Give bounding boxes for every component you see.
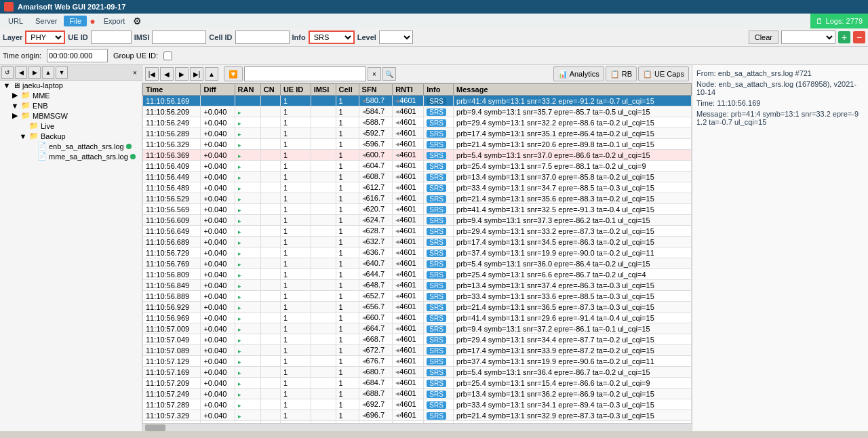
table-cell: +0.040	[201, 378, 235, 389]
table-row[interactable]: 11:10:56.969+0.040▸11◂660.7◂4601SRSprb=4…	[143, 313, 692, 323]
table-row[interactable]: 11:10:56.569+0.040▸11◂620.7◂4601SRSprb=4…	[143, 204, 692, 215]
go-prev-btn[interactable]: ◀	[160, 67, 174, 81]
computer-icon: 🖥	[13, 81, 20, 89]
table-row[interactable]: 11:10:56.369+0.040▸11◂600.7◂4601SRSprb=5…	[143, 150, 692, 161]
sidebar-close-btn[interactable]: ×	[130, 67, 140, 78]
search-execute-btn[interactable]: 🔍	[382, 67, 396, 81]
table-row[interactable]: 11:10:56.489+0.040▸11◂612.7◂4601SRSprb=3…	[143, 182, 692, 193]
table-row[interactable]: 11:10:56.209+0.040▸11◂584.7◂4601SRSprb=9…	[143, 106, 692, 117]
log-table-scroll[interactable]: Time Diff RAN CN UE ID IMSI Cell SFN RNT…	[142, 83, 692, 423]
table-cell	[260, 399, 280, 410]
table-cell: ▸	[235, 106, 260, 117]
menu-url[interactable]: URL	[3, 16, 28, 26]
table-row[interactable]: 11:10:56.609+0.040▸11◂624.7◂4601SRSprb=9…	[143, 215, 692, 226]
table-row[interactable]: 11:10:57.249+0.040▸11◂688.7◂4601SRSprb=1…	[143, 389, 692, 399]
table-row[interactable]: 11:10:56.889+0.040▸11◂652.7◂4601SRSprb=3…	[143, 291, 692, 302]
group-ue-checkbox[interactable]	[163, 52, 172, 60]
table-row[interactable]: 11:10:56.249+0.040▸11◂588.7◂4601SRSprb=2…	[143, 117, 692, 128]
remove-filter-button[interactable]: −	[853, 31, 865, 43]
sidebar-prev-btn[interactable]: ◀	[15, 66, 27, 79]
table-row[interactable]: 11:10:57.209+0.040▸11◂684.7◂4601SRSprb=2…	[143, 378, 692, 389]
sidebar-item-computer[interactable]: ▼ 🖥 jaeku-laptop	[0, 81, 142, 90]
col-info[interactable]: Info	[424, 84, 454, 96]
search-clear-btn[interactable]: ×	[368, 67, 381, 81]
sidebar-next-btn[interactable]: ▶	[28, 66, 41, 79]
table-cell: ▸	[235, 117, 260, 128]
sidebar-item-backup[interactable]: ▼ 📁 Backup	[16, 131, 142, 141]
log-table: Time Diff RAN CN UE ID IMSI Cell SFN RNT…	[142, 83, 692, 423]
col-diff[interactable]: Diff	[201, 84, 235, 96]
filter-icon-btn[interactable]: 🔽	[224, 66, 243, 81]
table-cell	[311, 106, 336, 117]
search-input[interactable]	[244, 66, 366, 81]
rb-btn[interactable]: 📋 RB	[606, 66, 637, 81]
sidebar-up-btn[interactable]: ▲	[42, 66, 54, 79]
table-row[interactable]: 11:10:56.289+0.040▸11◂592.7◂4601SRSprb=1…	[143, 128, 692, 139]
sidebar-item-mme[interactable]: ▶ 📁 MME	[8, 90, 142, 100]
sidebar-down-btn[interactable]: ▼	[56, 66, 68, 79]
table-row[interactable]: 11:10:56.649+0.040▸11◂628.7◂4601SRSprb=2…	[143, 226, 692, 237]
col-time[interactable]: Time	[143, 84, 201, 96]
menu-server[interactable]: Server	[30, 16, 62, 26]
col-sfn[interactable]: SFN	[359, 84, 393, 96]
scroll-thumb[interactable]	[145, 424, 165, 431]
logs-tab[interactable]: 🗒 Logs: 2779	[810, 14, 868, 28]
col-cn[interactable]: CN	[260, 84, 280, 96]
col-ran[interactable]: RAN	[235, 84, 260, 96]
col-rnti[interactable]: RNTI	[393, 84, 424, 96]
clear-button[interactable]: Clear	[749, 31, 778, 44]
col-message[interactable]: Message	[454, 84, 692, 96]
table-row[interactable]: 11:10:56.729+0.040▸11◂636.7◂4601SRSprb=3…	[143, 247, 692, 258]
sidebar-item-enb[interactable]: ▼ 📁 ENB	[8, 100, 142, 111]
ueid-input[interactable]	[91, 31, 132, 44]
go-start-btn[interactable]: |◀	[145, 67, 159, 81]
extra-select[interactable]	[781, 31, 835, 44]
table-cell: prb=25.4 symb=13:1 snr=7.5 epre=-88.1 ta…	[454, 161, 692, 172]
horizontal-scrollbar[interactable]	[142, 423, 692, 431]
table-row[interactable]: 11:10:56.16911◂580.7◂4601SRSprb=41:4 sym…	[143, 96, 692, 106]
sidebar-item-mbmsgw[interactable]: ▶ 📁 MBMSGW	[8, 111, 142, 121]
level-select[interactable]	[379, 31, 413, 44]
table-row[interactable]: 11:10:57.049+0.040▸11◂668.7◂4601SRSprb=2…	[143, 334, 692, 345]
table-row[interactable]: 11:10:57.289+0.040▸11◂692.7◂4601SRSprb=3…	[143, 399, 692, 410]
table-cell: 11:10:56.449	[143, 172, 201, 182]
imsi-input[interactable]	[152, 31, 206, 44]
col-cell[interactable]: Cell	[336, 84, 359, 96]
table-row[interactable]: 11:10:56.929+0.040▸11◂656.7◂4601SRSprb=2…	[143, 302, 692, 313]
table-row[interactable]: 11:10:56.689+0.040▸11◂632.7◂4601SRSprb=1…	[143, 237, 692, 247]
uecaps-btn[interactable]: 📋 UE Caps	[638, 66, 689, 81]
col-ueid[interactable]: UE ID	[280, 84, 311, 96]
table-row[interactable]: 11:10:57.329+0.040▸11◂696.7◂4601SRSprb=2…	[143, 410, 692, 421]
table-row[interactable]: 11:10:56.769+0.040▸11◂640.7◂4601SRSprb=5…	[143, 258, 692, 269]
sidebar-item-live[interactable]: 📁 Live	[16, 121, 142, 131]
table-row[interactable]: 11:10:56.529+0.040▸11◂616.7◂4601SRSprb=2…	[143, 193, 692, 204]
sidebar-refresh-btn[interactable]: ↺	[1, 66, 14, 79]
table-row[interactable]: 11:10:57.009+0.040▸11◂664.7◂4601SRSprb=9…	[143, 323, 692, 334]
table-row[interactable]: 11:10:56.329+0.040▸11◂596.7◂4601SRSprb=2…	[143, 139, 692, 150]
table-row[interactable]: 11:10:57.129+0.040▸11◂676.7◂4601SRSprb=3…	[143, 356, 692, 367]
table-row[interactable]: 11:10:56.849+0.040▸11◂648.7◂4601SRSprb=1…	[143, 280, 692, 291]
menu-export[interactable]: Export	[98, 16, 131, 26]
table-row[interactable]: 11:10:57.089+0.040▸11◂672.7◂4601SRSprb=1…	[143, 345, 692, 356]
sidebar-item-enb-log[interactable]: 📄 enb_sa_attach_srs.log	[24, 141, 142, 151]
table-row[interactable]: 11:10:56.409+0.040▸11◂604.7◂4601SRSprb=2…	[143, 161, 692, 172]
table-cell: ◂656.7	[359, 302, 393, 313]
add-filter-button[interactable]: +	[838, 31, 850, 43]
sidebar-item-mme-log[interactable]: 📄 mme_sa_attach_srs.log	[24, 151, 142, 161]
time-origin-input[interactable]	[47, 49, 108, 62]
col-imsi[interactable]: IMSI	[311, 84, 336, 96]
info-select[interactable]: SRS PUSCH PUCCH PRACH	[309, 31, 355, 44]
settings-icon[interactable]: ⚙	[133, 16, 142, 26]
analytics-btn[interactable]: 📊 Analytics	[553, 66, 604, 81]
go-up-btn[interactable]: ▲	[205, 67, 218, 81]
menu-file[interactable]: File	[64, 16, 87, 26]
table-row[interactable]: 11:10:57.169+0.040▸11◂680.7◂4601SRSprb=5…	[143, 367, 692, 378]
table-row[interactable]: 11:10:56.809+0.040▸11◂644.7◂4601SRSprb=2…	[143, 269, 692, 280]
cellid-input[interactable]	[235, 31, 290, 44]
table-cell: 1	[280, 280, 311, 291]
layer-select[interactable]: PHY MAC RLC PDCP RRC NAS	[25, 31, 65, 44]
table-row[interactable]: 11:10:56.449+0.040▸11◂608.7◂4601SRSprb=1…	[143, 172, 692, 182]
go-end-btn[interactable]: ▶|	[190, 67, 203, 81]
table-cell: +0.040	[201, 302, 235, 313]
go-next-btn[interactable]: ▶	[175, 67, 189, 81]
